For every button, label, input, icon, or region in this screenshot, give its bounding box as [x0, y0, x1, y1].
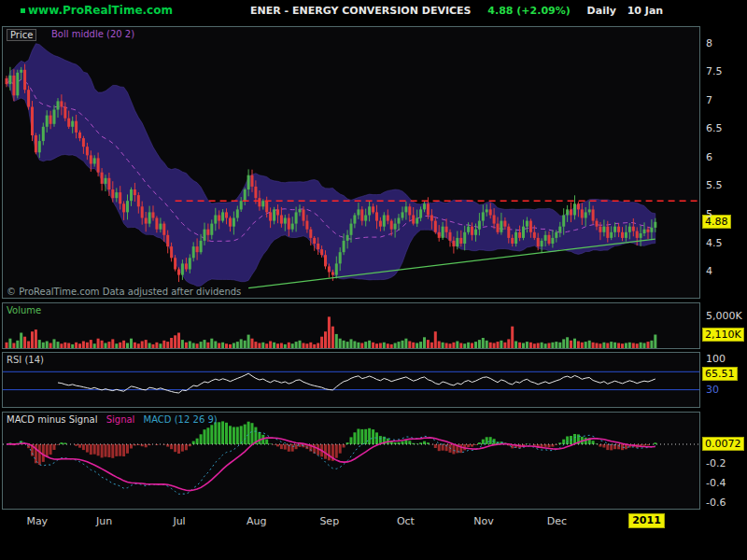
symbol-title: ENER - ENERGY CONVERSION DEVICES	[250, 5, 472, 17]
time-axis-label: Jun	[96, 515, 112, 527]
rsi-axis-bottom-label: 30	[706, 384, 719, 396]
axis-tick: 5	[706, 208, 712, 220]
rsi-panel[interactable]: RSI (14)	[2, 352, 700, 408]
time-axis-label: Sep	[319, 515, 339, 527]
volume-axis-label: 5,000K	[706, 310, 742, 322]
chart-window: www.ProRealTime.com ENER - ENERGY CONVER…	[0, 0, 747, 560]
last-volume-badge: 2,110K	[702, 328, 744, 342]
copyright-note: © ProRealTime.com Data adjusted after di…	[7, 287, 241, 297]
time-axis-label: May	[26, 515, 48, 527]
macd-panel-labels: MACD minus Signal Signal MACD (12 26 9)	[7, 414, 218, 425]
price-panel[interactable]: Price Boll middle (20 2) © ProRealTime.c…	[2, 26, 700, 299]
timeframe-label[interactable]: Daily	[587, 5, 616, 17]
time-axis: 2011 MayJunJulAugSepOctNovDec	[2, 513, 700, 532]
axis-tick: 7.5	[706, 65, 723, 77]
bollinger-legend[interactable]: Boll middle (20 2)	[51, 29, 134, 39]
chart-title-group: ENER - ENERGY CONVERSION DEVICES 4.88 (+…	[250, 5, 663, 17]
macd-line-label[interactable]: MACD (12 26 9)	[144, 414, 218, 425]
macd-signal-label[interactable]: Signal	[106, 414, 135, 425]
volume-panel[interactable]: Volume	[2, 302, 700, 349]
axis-tick: 7	[706, 94, 712, 106]
time-axis-label: Nov	[473, 515, 493, 527]
site-link[interactable]: www.ProRealTime.com	[28, 4, 173, 17]
axis-tick: -0.6	[706, 497, 726, 509]
macd-panel[interactable]: MACD minus Signal Signal MACD (12 26 9)	[2, 412, 700, 510]
axis-tick: 8	[706, 37, 712, 49]
year-badge: 2011	[628, 513, 665, 528]
time-axis-label: Dec	[547, 515, 567, 527]
axis-tick: 6.5	[706, 122, 723, 134]
last-macd-badge: 0.0072	[702, 437, 744, 451]
date-label: 10 Jan	[627, 5, 663, 17]
quote-change: 4.88 (+2.09%)	[487, 5, 570, 17]
volume-panel-label[interactable]: Volume	[7, 305, 41, 315]
axis-tick: 4.5	[706, 237, 723, 249]
axis-tick: -0.2	[706, 457, 726, 469]
price-chart[interactable]	[3, 27, 699, 298]
macd-hist-label[interactable]: MACD minus Signal	[7, 414, 97, 425]
price-panel-label[interactable]: Price	[7, 29, 36, 41]
rsi-chart[interactable]	[3, 353, 699, 407]
volume-chart[interactable]	[3, 303, 699, 348]
value-axis-column: 4.88 5,000K 2,110K 100 65.51 30 0.0072 8…	[702, 0, 747, 560]
rsi-panel-label[interactable]: RSI (14)	[7, 355, 44, 365]
axis-tick: -0.4	[706, 477, 726, 489]
axis-tick: 4	[706, 265, 712, 277]
axis-tick: 5.5	[706, 179, 723, 191]
time-axis-label: Aug	[247, 515, 266, 527]
time-axis-label: Jul	[173, 515, 185, 527]
macd-chart[interactable]	[3, 413, 699, 509]
last-rsi-badge: 65.51	[702, 367, 738, 381]
rsi-axis-top-label: 100	[706, 353, 726, 365]
axis-tick: 6	[706, 151, 712, 163]
header-bar: www.ProRealTime.com ENER - ENERGY CONVER…	[0, 0, 747, 22]
time-axis-label: Oct	[397, 515, 415, 527]
site-bullet-icon	[21, 8, 25, 13]
